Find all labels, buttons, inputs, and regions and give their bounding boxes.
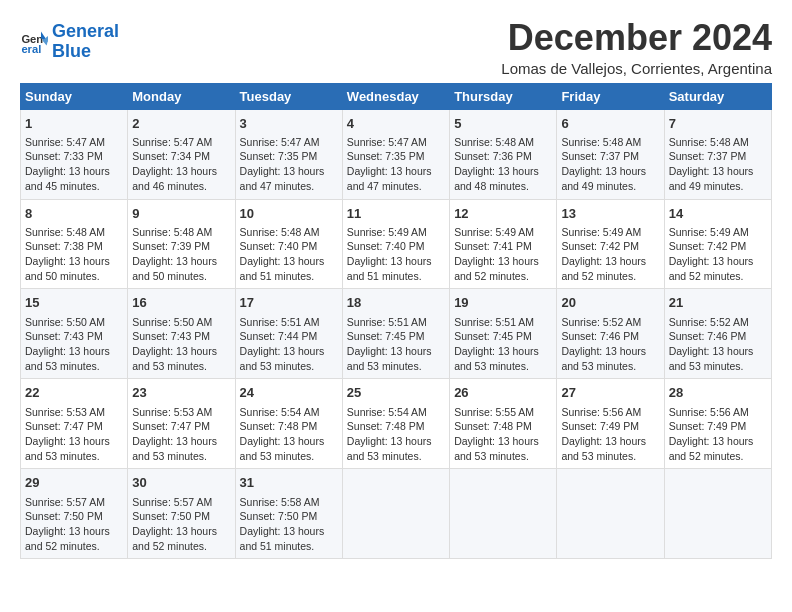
daylight-text: Daylight: 13 hours and 52 minutes.	[132, 525, 217, 552]
daylight-text: Daylight: 13 hours and 52 minutes.	[669, 255, 754, 282]
day-number: 9	[132, 205, 230, 223]
daylight-text: Daylight: 13 hours and 52 minutes.	[669, 435, 754, 462]
calendar-cell-day-22: 22Sunrise: 5:53 AMSunset: 7:47 PMDayligh…	[21, 379, 128, 469]
daylight-text: Daylight: 13 hours and 49 minutes.	[561, 165, 646, 192]
header-thursday: Thursday	[450, 83, 557, 109]
calendar-cell-empty	[557, 469, 664, 559]
sunrise-text: Sunrise: 5:55 AM	[454, 406, 534, 418]
calendar-cell-day-15: 15Sunrise: 5:50 AMSunset: 7:43 PMDayligh…	[21, 289, 128, 379]
day-number: 12	[454, 205, 552, 223]
sunrise-text: Sunrise: 5:48 AM	[669, 136, 749, 148]
sunset-text: Sunset: 7:47 PM	[25, 420, 103, 432]
day-number: 7	[669, 115, 767, 133]
daylight-text: Daylight: 13 hours and 52 minutes.	[561, 255, 646, 282]
sunrise-text: Sunrise: 5:47 AM	[240, 136, 320, 148]
calendar-row-2: 8Sunrise: 5:48 AMSunset: 7:38 PMDaylight…	[21, 199, 772, 289]
daylight-text: Daylight: 13 hours and 53 minutes.	[240, 435, 325, 462]
sunrise-text: Sunrise: 5:48 AM	[132, 226, 212, 238]
daylight-text: Daylight: 13 hours and 45 minutes.	[25, 165, 110, 192]
sunset-text: Sunset: 7:38 PM	[25, 240, 103, 252]
sunrise-text: Sunrise: 5:51 AM	[240, 316, 320, 328]
daylight-text: Daylight: 13 hours and 48 minutes.	[454, 165, 539, 192]
calendar-cell-empty	[664, 469, 771, 559]
sunset-text: Sunset: 7:50 PM	[25, 510, 103, 522]
sunset-text: Sunset: 7:50 PM	[132, 510, 210, 522]
day-number: 26	[454, 384, 552, 402]
sunset-text: Sunset: 7:42 PM	[669, 240, 747, 252]
calendar-cell-day-12: 12Sunrise: 5:49 AMSunset: 7:41 PMDayligh…	[450, 199, 557, 289]
calendar-cell-day-11: 11Sunrise: 5:49 AMSunset: 7:40 PMDayligh…	[342, 199, 449, 289]
calendar-cell-day-24: 24Sunrise: 5:54 AMSunset: 7:48 PMDayligh…	[235, 379, 342, 469]
calendar-cell-day-1: 1Sunrise: 5:47 AMSunset: 7:33 PMDaylight…	[21, 109, 128, 199]
sunrise-text: Sunrise: 5:52 AM	[561, 316, 641, 328]
sunrise-text: Sunrise: 5:49 AM	[561, 226, 641, 238]
day-number: 30	[132, 474, 230, 492]
daylight-text: Daylight: 13 hours and 51 minutes.	[347, 255, 432, 282]
sunset-text: Sunset: 7:35 PM	[240, 150, 318, 162]
header: Gen eral General Blue December 2024 Loma…	[20, 18, 772, 77]
calendar-header-row: Sunday Monday Tuesday Wednesday Thursday…	[21, 83, 772, 109]
sunrise-text: Sunrise: 5:47 AM	[25, 136, 105, 148]
sunset-text: Sunset: 7:46 PM	[669, 330, 747, 342]
header-tuesday: Tuesday	[235, 83, 342, 109]
calendar-cell-day-31: 31Sunrise: 5:58 AMSunset: 7:50 PMDayligh…	[235, 469, 342, 559]
calendar-cell-day-17: 17Sunrise: 5:51 AMSunset: 7:44 PMDayligh…	[235, 289, 342, 379]
daylight-text: Daylight: 13 hours and 53 minutes.	[25, 435, 110, 462]
sunrise-text: Sunrise: 5:51 AM	[454, 316, 534, 328]
sunset-text: Sunset: 7:40 PM	[347, 240, 425, 252]
day-number: 3	[240, 115, 338, 133]
day-number: 21	[669, 294, 767, 312]
sunset-text: Sunset: 7:43 PM	[25, 330, 103, 342]
calendar-cell-empty	[342, 469, 449, 559]
day-number: 6	[561, 115, 659, 133]
day-number: 29	[25, 474, 123, 492]
day-number: 23	[132, 384, 230, 402]
day-number: 1	[25, 115, 123, 133]
calendar-cell-day-30: 30Sunrise: 5:57 AMSunset: 7:50 PMDayligh…	[128, 469, 235, 559]
calendar-cell-day-14: 14Sunrise: 5:49 AMSunset: 7:42 PMDayligh…	[664, 199, 771, 289]
sunset-text: Sunset: 7:48 PM	[347, 420, 425, 432]
header-friday: Friday	[557, 83, 664, 109]
calendar-cell-day-18: 18Sunrise: 5:51 AMSunset: 7:45 PMDayligh…	[342, 289, 449, 379]
sunrise-text: Sunrise: 5:48 AM	[25, 226, 105, 238]
sunset-text: Sunset: 7:45 PM	[347, 330, 425, 342]
calendar-cell-day-25: 25Sunrise: 5:54 AMSunset: 7:48 PMDayligh…	[342, 379, 449, 469]
sunrise-text: Sunrise: 5:57 AM	[25, 496, 105, 508]
calendar-row-4: 22Sunrise: 5:53 AMSunset: 7:47 PMDayligh…	[21, 379, 772, 469]
daylight-text: Daylight: 13 hours and 50 minutes.	[25, 255, 110, 282]
sunset-text: Sunset: 7:43 PM	[132, 330, 210, 342]
sunset-text: Sunset: 7:44 PM	[240, 330, 318, 342]
sunrise-text: Sunrise: 5:53 AM	[25, 406, 105, 418]
daylight-text: Daylight: 13 hours and 53 minutes.	[561, 345, 646, 372]
sunset-text: Sunset: 7:49 PM	[561, 420, 639, 432]
sunset-text: Sunset: 7:47 PM	[132, 420, 210, 432]
day-number: 18	[347, 294, 445, 312]
location: Lomas de Vallejos, Corrientes, Argentina	[501, 60, 772, 77]
sunset-text: Sunset: 7:35 PM	[347, 150, 425, 162]
daylight-text: Daylight: 13 hours and 53 minutes.	[347, 345, 432, 372]
sunrise-text: Sunrise: 5:51 AM	[347, 316, 427, 328]
sunrise-text: Sunrise: 5:53 AM	[132, 406, 212, 418]
daylight-text: Daylight: 13 hours and 53 minutes.	[25, 345, 110, 372]
calendar-cell-day-13: 13Sunrise: 5:49 AMSunset: 7:42 PMDayligh…	[557, 199, 664, 289]
day-number: 14	[669, 205, 767, 223]
sunrise-text: Sunrise: 5:48 AM	[240, 226, 320, 238]
day-number: 20	[561, 294, 659, 312]
daylight-text: Daylight: 13 hours and 53 minutes.	[132, 345, 217, 372]
day-number: 31	[240, 474, 338, 492]
day-number: 17	[240, 294, 338, 312]
calendar-cell-day-28: 28Sunrise: 5:56 AMSunset: 7:49 PMDayligh…	[664, 379, 771, 469]
sunset-text: Sunset: 7:50 PM	[240, 510, 318, 522]
calendar-cell-day-20: 20Sunrise: 5:52 AMSunset: 7:46 PMDayligh…	[557, 289, 664, 379]
sunset-text: Sunset: 7:48 PM	[240, 420, 318, 432]
day-number: 16	[132, 294, 230, 312]
calendar-cell-day-23: 23Sunrise: 5:53 AMSunset: 7:47 PMDayligh…	[128, 379, 235, 469]
svg-text:eral: eral	[21, 43, 41, 55]
logo-text-line2: Blue	[52, 42, 119, 62]
sunrise-text: Sunrise: 5:57 AM	[132, 496, 212, 508]
daylight-text: Daylight: 13 hours and 53 minutes.	[561, 435, 646, 462]
daylight-text: Daylight: 13 hours and 53 minutes.	[669, 345, 754, 372]
day-number: 11	[347, 205, 445, 223]
header-wednesday: Wednesday	[342, 83, 449, 109]
sunset-text: Sunset: 7:34 PM	[132, 150, 210, 162]
